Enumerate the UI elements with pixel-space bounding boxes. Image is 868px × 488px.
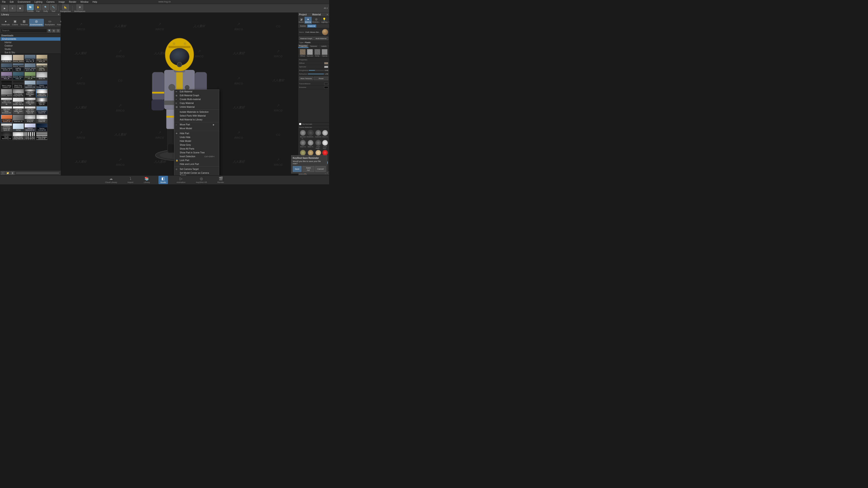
ctx-add-material-lib[interactable]: Add Material to Library — [174, 118, 219, 122]
thumb-white-studio-g[interactable]: White Studio Grey Floor 4K — [13, 132, 24, 140]
thumb-grey-studio[interactable]: Grey Studio Grey Floor 4K — [13, 89, 24, 97]
more-textures-btn[interactable]: More Textures — [299, 76, 313, 80]
tab-environments[interactable]: ◎ Environments — [29, 19, 44, 26]
swatch-blended-circle[interactable] — [300, 130, 306, 136]
thumb-overhead-soft[interactable]: Overhead Panel Soft Spots 4K — [1, 123, 12, 131]
tab-materials[interactable]: ● Materials — [0, 19, 11, 26]
swatch-paint-gloss4-circle[interactable] — [315, 150, 321, 156]
menu-lighting[interactable]: Lighting — [34, 0, 43, 3]
search-btn[interactable]: 🔍 — [48, 29, 51, 33]
menu-window[interactable]: Window — [80, 0, 89, 3]
menu-render[interactable]: Render — [68, 0, 77, 3]
ctx-invert-selection[interactable]: Invert Selection Ctrl+Shift+I — [174, 155, 219, 158]
thumb-ind-p[interactable]: Aversis_Industrial-sport-old_3k — [24, 63, 36, 71]
mat-tex-opacity[interactable]: Opacity — [321, 49, 329, 57]
thumb-ind-k[interactable]: Aversis_Industrial-kitchen_3k — [1, 63, 12, 71]
bottom-tab-library[interactable]: 📚 Library — [142, 176, 152, 184]
ctx-edit-material-graph[interactable]: ⊞ Edit Material Graph — [174, 94, 219, 97]
ctx-set-camera-target[interactable]: ⊙ Set Camera Target — [174, 167, 219, 171]
swatch-steel1-circle[interactable] — [322, 130, 328, 136]
thumb-overhead-p[interactable]: Overhead Panel 4K — [36, 115, 48, 123]
flip-normals-checkbox[interactable] — [299, 123, 301, 125]
swatch-paint-matte-circle[interactable] — [315, 140, 321, 146]
thumb-lt-white-w[interactable]: Light Tent White Wide Open 4K — [24, 106, 36, 114]
mst-material[interactable]: Material — [307, 24, 316, 28]
menu-edit[interactable]: Edit — [9, 0, 14, 3]
menu-help[interactable]: Help — [92, 0, 98, 3]
thumb-startup[interactable]: startup — [13, 123, 24, 131]
viewport[interactable]: ↗RRCG 人人素材 ↗RRCG 人人素材 ↗RRCG CG 人人素材 ↗RRC… — [61, 13, 298, 175]
thumb-la-malibu[interactable]: Los Angeles Malibu 4K — [36, 106, 48, 114]
thumb-lt-screen-top[interactable]: Light Tent Screen Top 4K — [13, 98, 24, 106]
swatch-paint-red-circle[interactable] — [322, 150, 328, 156]
thumb-dosch-apt[interactable]: Dosch-apartment_3k — [24, 80, 36, 89]
thumb-lt-white-enc[interactable]: Light Tent White Enclosed 4K — [1, 106, 12, 114]
mat-graph-btn[interactable]: Material Graph — [299, 37, 313, 40]
thumb-la-sunset[interactable]: Los Angeles Sunset 4K — [1, 115, 12, 123]
ctx-show-all-parts[interactable]: Show All Parts — [174, 147, 219, 151]
ctx-copy-material[interactable]: ⎘ Copy Material — [174, 101, 219, 105]
toolbar-stop-btn[interactable]: ⏹ — [17, 5, 24, 11]
ctx-select-parts[interactable]: Select Parts With Material — [174, 114, 219, 118]
mat-sphere-preview[interactable] — [322, 29, 328, 35]
save-as-btn[interactable]: Save As! — [303, 166, 314, 172]
refraction-slider[interactable] — [308, 74, 324, 74]
thumb-dosch-stairwell[interactable]: Dosch_Stairwell_2k — [1, 89, 12, 97]
toolbar-pan-btn[interactable]: ✋ — [35, 4, 41, 10]
thumb-lt-single[interactable]: Light Tent Single Open 4K — [24, 98, 36, 106]
bottom-tab-import[interactable]: ⤵ Import — [126, 176, 135, 184]
mat-tex-bump[interactable]: Bump — [314, 49, 321, 57]
toolbar-play-btn[interactable]: ▶ — [1, 5, 8, 11]
thumb-basic[interactable]: Basic 4K — [36, 72, 48, 80]
thumb-studio-black[interactable]: Studio Backdrop 4K — [1, 132, 12, 140]
ctx-isolate-materials[interactable]: Isolate Materials to Selection — [174, 110, 219, 114]
thumb-office-h[interactable]: Aversis_Office-hallway-white_3k — [36, 63, 48, 71]
thumb-black-floor[interactable]: Black Floor Gradient 4K — [13, 80, 24, 89]
thumb-lt-screen-f[interactable]: Light Tent Screen Front 4K — [1, 98, 12, 106]
tree-downloads[interactable]: Downloads — [0, 34, 60, 37]
thumb-all-white[interactable]: All White 4K — [1, 55, 12, 63]
ctx-show-part-in-tree[interactable]: Show Part in Scene Tree — [174, 151, 219, 155]
thumb-startup-b[interactable]: Startup Balanced 4K — [24, 123, 36, 131]
thumb-bathroom[interactable]: Aversis_Bathroom_3k — [13, 55, 24, 63]
tab-environment-rp[interactable]: ◎ Environ... — [312, 17, 321, 24]
ctx-edit-material[interactable]: ✏ Edit Material — [174, 90, 219, 94]
tree-environments[interactable]: Environments — [0, 37, 60, 41]
tab-material[interactable]: ● Material — [305, 17, 312, 24]
swatch-steel2-circle[interactable] — [300, 140, 306, 146]
thumb-lt-spot[interactable]: Light Tent Spot 4K — [36, 98, 48, 106]
swatch-paint-gloss3-circle[interactable] — [308, 150, 313, 156]
thumb-office-r[interactable]: Aversis_Office-lace_3k — [1, 72, 12, 80]
mat-tex-diffuse[interactable]: Diffuse — [299, 49, 306, 57]
menu-image[interactable]: Image — [58, 0, 66, 3]
ctx-unlink-material[interactable]: ⛓ Unlink Material — [174, 105, 219, 109]
thumb-clothing[interactable]: Aversis_Clothing store_3k — [36, 55, 48, 63]
lib-trash-btn[interactable]: 🗑 — [10, 171, 14, 175]
tree-sun-sky[interactable]: Sun & Sky — [0, 51, 60, 54]
swatch-steel1b-circle[interactable] — [308, 140, 313, 146]
menu-camera[interactable]: Camera — [46, 0, 55, 3]
save-cancel-btn[interactable]: Cancel — [315, 166, 326, 172]
tab-scene[interactable]: ◪ Scene — [298, 17, 305, 24]
grid-view-btn[interactable]: ⊞ — [52, 29, 56, 33]
thumb-materials[interactable]: Materials 4K — [13, 115, 24, 123]
tab-colors[interactable]: ▣ Colors — [11, 19, 19, 26]
thumb-village[interactable]: Aversis_Village old_3k — [24, 72, 36, 80]
toolbar-dolly-btn[interactable]: 🔍 — [42, 4, 49, 10]
tree-outdoor[interactable]: Outdoor — [0, 44, 60, 47]
toolbar-workspaces-btn[interactable]: ⊞ — [76, 4, 83, 10]
thumb-black-ceiling[interactable]: Black Ceiling Gradient 4K — [1, 80, 12, 89]
thumb-lt-white-o[interactable]: Light Tent White Open 4K — [13, 106, 24, 114]
swatch-paint-gloss2-circle[interactable] — [300, 150, 306, 156]
toolbar-pause-btn[interactable]: ⏸ — [9, 5, 16, 11]
toolbar-perspective-btn[interactable]: 📐 — [62, 4, 69, 10]
mst-scene[interactable]: Scene — [299, 24, 307, 28]
save-now-btn[interactable]: Save — [293, 166, 302, 172]
ctx-move-part[interactable]: ↕ Move Part ▶ — [174, 123, 219, 127]
thumb-zebra-h[interactable]: Zebra Stripes Horizontal 4K — [24, 132, 36, 140]
swatch-paint-gloss-circle[interactable] — [322, 140, 328, 146]
toolbar-tool-btn[interactable]: 🔧 — [50, 4, 57, 10]
tab-camera-rp[interactable]: 📷 Camera — [328, 17, 329, 24]
thumb-zebra-v[interactable]: Zebra Stripes vertical 4K — [36, 132, 48, 140]
mp-tab-labels[interactable]: Labels — [319, 44, 329, 48]
